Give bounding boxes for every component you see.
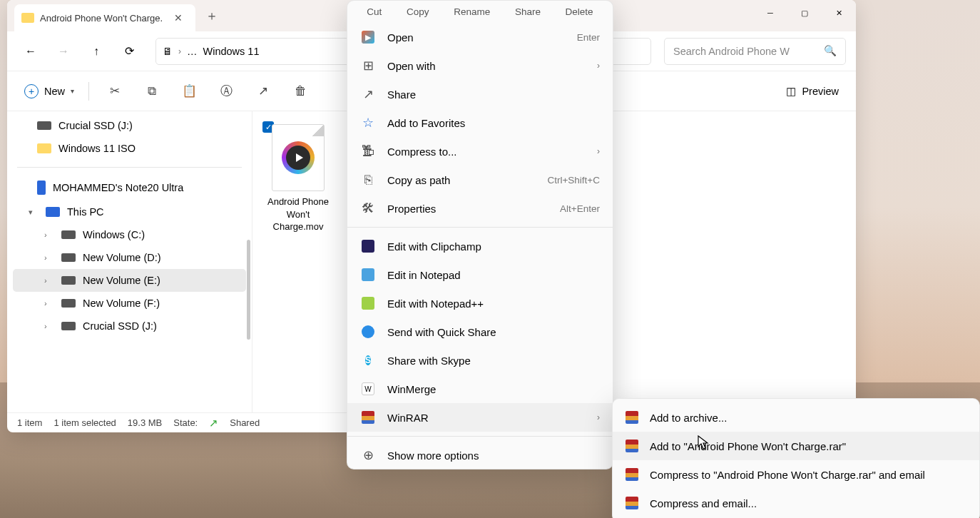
cut-icon[interactable]: ✂ [101, 77, 129, 106]
new-button[interactable]: + New ▾ [17, 80, 81, 103]
close-button[interactable]: ✕ [822, 0, 856, 26]
ctx-label: Compress to "Android Phone Won't Charge.… [650, 469, 968, 481]
paste-icon[interactable]: 📋 [175, 77, 203, 106]
sidebar-item-label: Crucial SSD (J:) [58, 120, 133, 131]
ctx-label: Share with Skype [387, 355, 600, 367]
ctx-cut[interactable]: Cut [367, 6, 382, 17]
close-tab-icon[interactable]: ✕ [168, 12, 188, 24]
more-breadcrumb-icon[interactable]: … [187, 46, 198, 57]
chevron-right-icon[interactable]: › [44, 276, 54, 285]
sidebar-item-label: Windows (C:) [83, 229, 145, 240]
drive-icon [61, 276, 76, 285]
preview-label: Preview [802, 86, 839, 97]
ctx-winmerge[interactable]: W WinMerge [347, 375, 613, 403]
refresh-button[interactable]: ⟳ [116, 38, 143, 65]
ctx-skype[interactable]: S Share with Skype [347, 346, 613, 375]
submenu-compress-email-generic[interactable]: Compress and email... [613, 489, 979, 517]
winrar-icon [626, 497, 638, 509]
submenu-add-named[interactable]: Add to "Android Phone Won't Charge.rar" [613, 432, 979, 460]
ctx-label: Send with Quick Share [387, 326, 600, 338]
ctx-label: Edit with Clipchamp [387, 240, 600, 253]
breadcrumb-segment[interactable]: Windows 11 [203, 46, 260, 57]
submenu-compress-email[interactable]: Compress to "Android Phone Won't Charge.… [613, 460, 979, 489]
sidebar-item-drive-e[interactable]: › New Volume (E:) [13, 269, 246, 292]
ctx-label: Edit in Notepad [387, 269, 600, 281]
ctx-label: Show more options [387, 450, 600, 462]
forward-button[interactable]: → [50, 38, 77, 65]
ctx-label: Properties [387, 203, 548, 215]
sidebar-item-drive-j[interactable]: › Crucial SSD (J:) [13, 315, 246, 337]
preview-button[interactable]: ◫ Preview [779, 81, 846, 101]
ctx-more-options[interactable]: ⊕ Show more options [347, 441, 613, 469]
sidebar-item-iso-folder[interactable]: Windows 11 ISO [13, 137, 246, 160]
winrar-submenu: Add to archive... Add to "Android Phone … [612, 398, 980, 518]
sidebar-item-drive-f[interactable]: › New Volume (F:) [13, 292, 246, 315]
chevron-right-icon[interactable]: › [44, 322, 54, 330]
chevron-down-icon[interactable]: ▾ [29, 208, 39, 217]
window-tab[interactable]: Android Phone Won't Charge. ✕ [14, 4, 195, 31]
file-item[interactable]: ✓ Android Phone Won't Charge.mov [261, 120, 335, 233]
sidebar-item-phone[interactable]: MOHAMMED's Note20 Ultra [13, 175, 246, 200]
ctx-label: WinMerge [387, 383, 600, 395]
ctx-open[interactable]: ▶ Open Enter [347, 23, 613, 51]
back-button[interactable]: ← [17, 38, 44, 65]
ctx-favorites[interactable]: ☆ Add to Favorites [347, 108, 613, 137]
media-icon [282, 141, 315, 174]
clipchamp-icon [362, 240, 374, 253]
phone-icon [37, 181, 46, 195]
status-item-count: 1 item [17, 417, 42, 428]
sidebar-item-label: New Volume (E:) [83, 275, 160, 286]
chevron-right-icon[interactable]: › [44, 299, 54, 308]
chevron-right-icon[interactable]: › [44, 253, 54, 262]
ctx-copy[interactable]: Copy [407, 6, 429, 17]
sidebar-item-crucial-ssd[interactable]: Crucial SSD (J:) [13, 114, 246, 137]
copy-icon[interactable]: ⧉ [138, 77, 166, 106]
ctx-winrar[interactable]: WinRAR › [347, 403, 613, 432]
drive-icon [61, 230, 76, 239]
chevron-right-icon[interactable]: › [44, 230, 54, 239]
pc-icon: 🖥 [162, 46, 173, 57]
rename-icon[interactable]: Ⓐ [212, 77, 240, 106]
delete-icon[interactable]: 🗑 [286, 77, 315, 106]
winmerge-icon: W [362, 382, 374, 395]
ctx-compress[interactable]: 🗜 Compress to... › [347, 137, 613, 166]
scrollbar[interactable] [247, 240, 250, 340]
context-menu: Cut Copy Rename Share Delete ▶ Open Ente… [347, 0, 613, 469]
sidebar-item-label: New Volume (D:) [83, 252, 161, 263]
status-shared: Shared [230, 417, 260, 428]
ctx-share-item[interactable]: ↗ Share [347, 80, 613, 108]
sidebar-item-label: MOHAMMED's Note20 Ultra [53, 182, 183, 193]
ctx-label: Compress and email... [650, 497, 968, 509]
ctx-share[interactable]: Share [515, 6, 541, 17]
ctx-notepadpp[interactable]: Edit with Notepad++ [347, 289, 613, 318]
ctx-shortcut: Enter [577, 32, 600, 43]
ctx-shortcut: Ctrl+Shift+C [547, 175, 600, 186]
ctx-delete[interactable]: Delete [566, 6, 593, 17]
ctx-notepad[interactable]: Edit in Notepad [347, 260, 613, 289]
more-options-icon: ⊕ [360, 447, 376, 463]
submenu-add-archive[interactable]: Add to archive... [613, 403, 979, 432]
shared-icon: ↗ [209, 417, 218, 430]
status-state-label: State: [173, 417, 198, 428]
new-tab-button[interactable]: ＋ [195, 1, 228, 30]
search-input[interactable]: Search Android Phone W 🔍 [664, 38, 846, 65]
ctx-open-with[interactable]: ⊞ Open with › [347, 51, 613, 80]
sidebar-item-drive-c[interactable]: › Windows (C:) [13, 223, 246, 246]
ctx-rename[interactable]: Rename [454, 6, 490, 17]
chevron-down-icon: ▾ [71, 87, 74, 95]
ctx-label: Copy as path [387, 174, 536, 186]
chevron-right-icon[interactable]: › [178, 46, 181, 56]
up-button[interactable]: ↑ [83, 38, 110, 65]
share-icon[interactable]: ↗ [249, 77, 277, 106]
sidebar-item-drive-d[interactable]: › New Volume (D:) [13, 246, 246, 269]
ctx-clipchamp[interactable]: Edit with Clipchamp [347, 232, 613, 260]
minimize-button[interactable]: ─ [753, 0, 787, 26]
ctx-quickshare[interactable]: Send with Quick Share [347, 318, 613, 346]
ctx-label: Open [387, 31, 566, 44]
ctx-copy-path[interactable]: ⎘ Copy as path Ctrl+Shift+C [347, 166, 613, 194]
ctx-properties[interactable]: 🛠 Properties Alt+Enter [347, 194, 613, 223]
drive-icon [61, 322, 76, 330]
maximize-button[interactable]: ▢ [787, 0, 822, 26]
ctx-label: Edit with Notepad++ [387, 298, 600, 310]
sidebar-item-this-pc[interactable]: ▾ This PC [13, 200, 246, 223]
